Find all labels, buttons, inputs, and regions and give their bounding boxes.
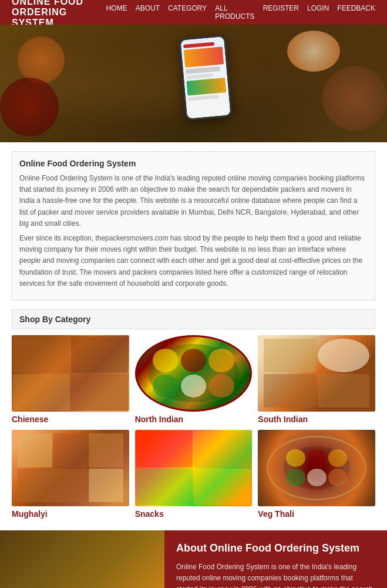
category-chinese[interactable]: Chienese [12,335,129,424]
category-mughalyi[interactable]: Mughalyi [12,430,129,519]
category-veg-thali[interactable]: Veg Thali [258,430,375,519]
site-title: ONLINE FOOD ORDERING SYSTEM [12,0,106,28]
nav-about[interactable]: ABOUT [136,4,160,21]
about-paragraph-1: Online Food Ordering System is one of th… [19,173,368,229]
category-grid: Chienese North Indian [12,335,375,519]
category-veg-thali-label: Veg Thali [258,509,375,519]
about-section: Online Food Ordering System Online Food … [12,151,375,300]
category-south-indian-label: South Indian [258,415,375,424]
about-bottom-paragraph-1: Online Food Ordering System is one of th… [176,562,375,588]
category-snacks-label: Snacks [135,509,253,519]
category-chinese-label: Chienese [12,415,129,424]
category-mughalyi-image [12,430,129,506]
category-veg-thali-image [258,430,375,506]
category-north-indian-label: North Indian [135,415,253,424]
category-chinese-image [12,335,129,412]
category-south-indian-image [258,335,375,412]
nav-category[interactable]: CATEGORY [168,4,207,21]
nav-register[interactable]: REGISTER [263,4,299,21]
nav-home[interactable]: HOME [106,4,127,21]
header: ONLINE FOOD ORDERING SYSTEM HOME ABOUT C… [0,0,387,25]
category-snacks[interactable]: Snacks [135,430,253,519]
category-snacks-image [135,430,253,506]
hero-banner [0,25,387,142]
category-south-indian[interactable]: South Indian [258,335,375,424]
about-bottom-image: ORDER FOOD ONLINE [0,530,164,588]
hero-phone [179,35,233,121]
category-north-indian[interactable]: North Indian [135,335,253,424]
nav-all-products[interactable]: ALL PRODUCTS [215,4,254,21]
about-heading: Online Food Ordering System [19,159,368,168]
nav-login[interactable]: LOGIN [307,4,329,21]
category-heading: Shop By Category [19,315,368,324]
about-bottom-section: ORDER FOOD ONLINE About Online Food Orde… [0,530,387,588]
main-nav: HOME ABOUT CATEGORY ALL PRODUCTS REGISTE… [106,4,375,21]
about-paragraph-2: Ever since its inception, thepackersmove… [19,233,368,289]
category-mughalyi-label: Mughalyi [12,509,129,519]
about-bottom-text: About Online Food Ordering System Online… [164,530,387,588]
about-bottom-heading: About Online Food Ordering System [176,542,375,554]
nav-feedback[interactable]: FEEDBACK [337,4,375,21]
category-north-indian-image [135,335,253,412]
shop-by-category-header: Shop By Category [12,309,375,329]
